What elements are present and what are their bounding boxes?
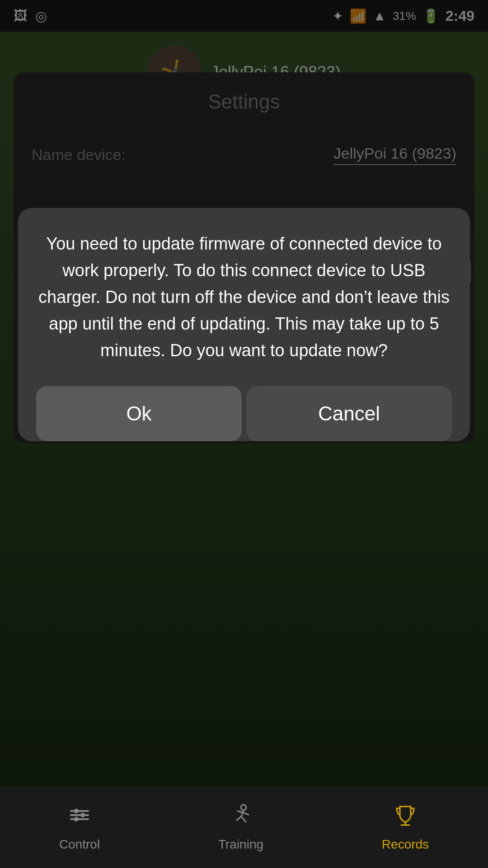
svg-line-9 <box>241 816 246 822</box>
training-icon <box>229 803 253 833</box>
records-icon <box>393 803 418 833</box>
svg-line-11 <box>244 813 249 815</box>
firmware-update-dialog: You need to update firmware of connected… <box>18 208 470 441</box>
ok-button[interactable]: Ok <box>36 386 242 441</box>
svg-point-6 <box>241 805 246 810</box>
svg-point-3 <box>74 809 79 813</box>
training-label: Training <box>218 837 263 852</box>
control-label: Control <box>59 837 100 852</box>
records-label: Records <box>382 837 429 852</box>
firmware-message: You need to update firmware of connected… <box>36 231 452 363</box>
control-icon <box>67 803 92 833</box>
svg-point-5 <box>74 817 79 821</box>
firmware-dialog-buttons: Ok Cancel <box>36 386 452 441</box>
nav-item-records[interactable]: Records <box>382 803 429 852</box>
svg-point-4 <box>80 813 85 817</box>
svg-line-8 <box>237 816 241 820</box>
nav-item-training[interactable]: Training <box>218 803 263 852</box>
cancel-button[interactable]: Cancel <box>246 386 452 441</box>
nav-item-control[interactable]: Control <box>59 803 100 852</box>
bottom-nav-bar: Control Training <box>0 787 488 868</box>
